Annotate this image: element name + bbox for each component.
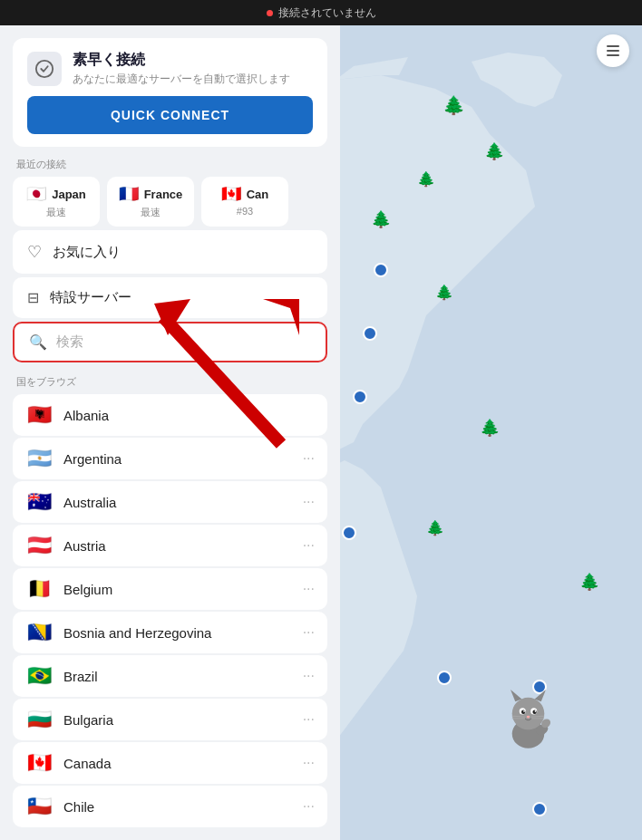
search-icon: 🔍 — [29, 333, 47, 351]
austria-flag: 🇦🇹 — [25, 536, 53, 555]
hamburger-line-3 — [607, 54, 619, 56]
country-item-argentina[interactable]: 🇦🇷 Argentina ··· — [13, 438, 327, 479]
country-list: 🇦🇱 Albania 🇦🇷 Argentina ··· 🇦🇺 Australia… — [0, 394, 340, 827]
svg-point-21 — [512, 698, 545, 730]
svg-point-3 — [354, 391, 366, 403]
canada-flag: 🇨🇦 — [221, 184, 241, 204]
canada-list-flag: 🇨🇦 — [25, 753, 53, 773]
svg-text:🌲: 🌲 — [435, 284, 453, 301]
svg-point-26 — [521, 710, 525, 714]
canada-name: Can — [247, 188, 269, 201]
austria-name: Austria — [63, 538, 292, 554]
argentina-flag: 🇦🇷 — [25, 449, 53, 468]
bulgaria-more-button[interactable]: ··· — [303, 711, 315, 728]
france-name: France — [144, 188, 183, 201]
belgium-more-button[interactable]: ··· — [303, 581, 315, 597]
search-placeholder: 検索 — [56, 333, 83, 351]
favorites-label: お気に入り — [53, 244, 121, 261]
france-sub: 最速 — [141, 206, 160, 219]
bulgaria-flag: 🇧🇬 — [25, 710, 53, 729]
svg-marker-23 — [535, 690, 546, 701]
nav-item-favorites[interactable]: ♡ お気に入り — [13, 230, 327, 274]
connection-status-dot — [267, 10, 273, 16]
recent-flag-row-france: 🇫🇷 France — [119, 184, 183, 204]
recent-label: 最近の接続 — [0, 147, 340, 177]
canada-more-button[interactable]: ··· — [303, 755, 315, 771]
svg-point-2 — [364, 327, 376, 340]
recent-flag-row-canada: 🇨🇦 Can — [221, 184, 269, 204]
svg-text:🌲: 🌲 — [579, 572, 600, 592]
country-item-austria[interactable]: 🇦🇹 Austria ··· — [13, 525, 327, 566]
svg-point-27 — [532, 710, 536, 714]
hamburger-line-2 — [607, 50, 619, 52]
special-servers-label: 特設サーバー — [50, 289, 131, 306]
chile-name: Chile — [63, 799, 292, 815]
nav-item-special-servers[interactable]: ⊟ 特設サーバー — [13, 277, 327, 318]
country-item-bulgaria[interactable]: 🇧🇬 Bulgaria ··· — [13, 699, 327, 740]
recent-flag-row: 🇯🇵 Japan — [26, 184, 86, 204]
heart-icon: ♡ — [27, 242, 42, 262]
menu-button[interactable] — [597, 34, 629, 67]
bulgaria-name: Bulgaria — [63, 712, 292, 728]
france-flag: 🇫🇷 — [119, 184, 139, 204]
japan-sub: 最速 — [46, 206, 66, 219]
svg-point-30 — [527, 716, 530, 719]
quick-connect-button[interactable]: QUICK CONNECT — [27, 96, 313, 134]
quick-connect-card: 素早く接続 あなたに最適なサーバーを自動で選択します QUICK CONNECT — [13, 38, 327, 147]
qc-text-block: 素早く接続 あなたに最適なサーバーを自動で選択します — [73, 51, 290, 87]
country-item-chile[interactable]: 🇨🇱 Chile ··· — [13, 786, 327, 827]
country-item-brazil[interactable]: 🇧🇷 Brazil ··· — [13, 655, 327, 697]
canada-sub: #93 — [237, 206, 253, 217]
hamburger-icon — [607, 45, 619, 56]
svg-text:🌲: 🌲 — [484, 141, 505, 161]
albania-name: Albania — [63, 408, 315, 423]
australia-more-button[interactable]: ··· — [303, 494, 315, 510]
connection-status-text: 接続されていません — [278, 5, 376, 21]
browse-label: 国をブラウズ — [0, 366, 340, 392]
australia-flag: 🇦🇺 — [25, 492, 53, 512]
bosnia-more-button[interactable]: ··· — [303, 624, 315, 641]
recent-item-japan[interactable]: 🇯🇵 Japan 最速 — [13, 177, 100, 227]
sidebar-panel: 素早く接続 あなたに最適なサーバーを自動で選択します QUICK CONNECT… — [0, 25, 340, 840]
svg-point-7 — [533, 803, 546, 816]
belgium-flag: 🇧🇪 — [25, 579, 53, 599]
recent-item-canada[interactable]: 🇨🇦 Can #93 — [201, 177, 288, 227]
belgium-name: Belgium — [63, 582, 292, 597]
australia-name: Australia — [63, 495, 292, 510]
qc-header: 素早く接続 あなたに最適なサーバーを自動で選択します — [27, 51, 313, 87]
svg-point-16 — [36, 61, 53, 77]
qc-title: 素早く接続 — [73, 51, 290, 70]
svg-point-28 — [523, 710, 525, 712]
folder-icon: ⊟ — [27, 289, 39, 306]
country-item-bosnia[interactable]: 🇧🇦 Bosnia and Herzegovina ··· — [13, 612, 327, 653]
qc-subtitle: あなたに最適なサーバーを自動で選択します — [73, 72, 290, 87]
svg-marker-22 — [511, 690, 521, 701]
svg-point-29 — [535, 710, 537, 712]
argentina-name: Argentina — [63, 451, 292, 467]
japan-flag: 🇯🇵 — [26, 184, 46, 204]
svg-point-5 — [438, 671, 451, 684]
brazil-name: Brazil — [63, 669, 292, 684]
search-box[interactable]: 🔍 検索 — [13, 322, 327, 362]
japan-name: Japan — [52, 188, 86, 201]
country-item-albania[interactable]: 🇦🇱 Albania — [13, 394, 327, 436]
brazil-flag: 🇧🇷 — [25, 666, 53, 686]
argentina-more-button[interactable]: ··· — [303, 450, 315, 467]
bosnia-flag: 🇧🇦 — [25, 623, 53, 642]
chile-more-button[interactable]: ··· — [303, 798, 315, 815]
svg-text:🌲: 🌲 — [426, 519, 444, 536]
austria-more-button[interactable]: ··· — [303, 537, 315, 554]
svg-text:🌲: 🌲 — [480, 418, 501, 438]
country-item-belgium[interactable]: 🇧🇪 Belgium ··· — [13, 568, 327, 610]
svg-text:🌲: 🌲 — [417, 170, 435, 188]
canada-list-name: Canada — [63, 756, 292, 771]
quick-connect-icon — [27, 52, 62, 86]
svg-point-4 — [343, 526, 355, 539]
bosnia-name: Bosnia and Herzegovina — [63, 625, 292, 641]
svg-text:🌲: 🌲 — [443, 94, 465, 116]
country-item-australia[interactable]: 🇦🇺 Australia ··· — [13, 481, 327, 523]
brazil-more-button[interactable]: ··· — [303, 668, 315, 684]
recent-item-france[interactable]: 🇫🇷 France 最速 — [107, 177, 194, 227]
country-item-canada[interactable]: 🇨🇦 Canada ··· — [13, 742, 327, 784]
svg-point-1 — [374, 264, 387, 276]
